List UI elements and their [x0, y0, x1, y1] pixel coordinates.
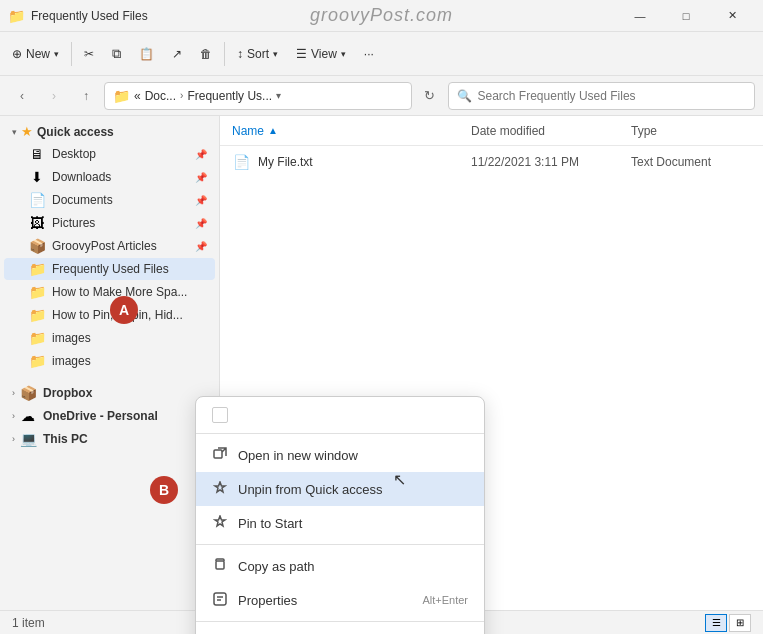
paste-button[interactable]: 📋: [131, 38, 162, 70]
title-bar-icon: 📁: [8, 8, 25, 24]
desktop-icon: 🖥: [28, 146, 46, 162]
address-path-text: «: [134, 89, 141, 103]
dropbox-label: Dropbox: [43, 386, 92, 400]
copy-button[interactable]: ⧉: [104, 38, 129, 70]
toolbar: ⊕ New ▾ ✂ ⧉ 📋 ↗ 🗑 ↕ Sort ▾ ☰ View ▾ ···: [0, 32, 763, 76]
search-input[interactable]: [478, 89, 747, 103]
up-button[interactable]: ↑: [72, 82, 100, 110]
sort-button[interactable]: ↕ Sort ▾: [229, 38, 286, 70]
main-layout: ▾ ★ Quick access 🖥 Desktop 📌 ⬇ Downloads…: [0, 116, 763, 610]
sidebar-item-frequently-used[interactable]: 📁 Frequently Used Files: [4, 258, 215, 280]
sidebar-item-pictures[interactable]: 🖼 Pictures 📌: [4, 212, 215, 234]
address-folder-text: Frequently Us...: [187, 89, 272, 103]
pin-icon: 📌: [195, 149, 207, 160]
this-pc-icon: 💻: [19, 431, 37, 447]
maximize-button[interactable]: □: [663, 0, 709, 32]
refresh-button[interactable]: ↻: [416, 82, 444, 110]
context-menu: Open in new window Unpin from Quick acce…: [195, 396, 485, 634]
column-name-label: Name: [232, 124, 264, 138]
sort-label: Sort: [247, 47, 269, 61]
file-type: Text Document: [631, 155, 751, 169]
address-doc-text: Doc...: [145, 89, 176, 103]
this-pc-header[interactable]: › 💻 This PC: [4, 428, 215, 450]
table-row[interactable]: 📄 My File.txt 11/22/2021 3:11 PM Text Do…: [220, 148, 763, 176]
sidebar-item-documents[interactable]: 📄 Documents 📌: [4, 189, 215, 211]
forward-button[interactable]: ›: [40, 82, 68, 110]
ctx-item-pin-start[interactable]: Pin to Start: [196, 506, 484, 540]
sort-icon: ↕: [237, 47, 243, 61]
toolbar-separator-1: [71, 42, 72, 66]
column-date[interactable]: Date modified: [471, 124, 631, 138]
sidebar-item-desktop[interactable]: 🖥 Desktop 📌: [4, 143, 215, 165]
sidebar-item-images-2[interactable]: 📁 images: [4, 350, 215, 372]
documents-icon: 📄: [28, 192, 46, 208]
pin-start-icon: [212, 515, 228, 532]
pictures-icon: 🖼: [28, 215, 46, 231]
sidebar-item-images-1-label: images: [52, 331, 207, 345]
onedrive-expand-icon: ›: [12, 411, 15, 421]
ctx-unpin-label: Unpin from Quick access: [238, 482, 468, 497]
paste-icon: 📋: [139, 47, 154, 61]
ctx-divider-mid: [196, 544, 484, 545]
sidebar-item-images-1[interactable]: 📁 images: [4, 327, 215, 349]
ctx-item-properties[interactable]: Properties Alt+Enter: [196, 583, 484, 617]
status-text: 1 item: [12, 616, 45, 630]
view-icon: ☰: [296, 47, 307, 61]
view-button[interactable]: ☰ View ▾: [288, 38, 354, 70]
view-chevron-icon: ▾: [341, 49, 346, 59]
ctx-copy-path-label: Copy as path: [238, 559, 468, 574]
ctx-item-open-new-window[interactable]: Open in new window: [196, 438, 484, 472]
ctx-placeholder: [196, 401, 484, 429]
column-type[interactable]: Type: [631, 124, 751, 138]
sidebar-item-groovypost[interactable]: 📦 GroovyPost Articles 📌: [4, 235, 215, 257]
ctx-item-unpin[interactable]: Unpin from Quick access: [196, 472, 484, 506]
onedrive-label: OneDrive - Personal: [43, 409, 158, 423]
sidebar-item-images-2-label: images: [52, 354, 207, 368]
dropbox-header[interactable]: › 📦 Dropbox: [4, 382, 215, 404]
ctx-placeholder-icon: [212, 407, 228, 423]
address-chevron-icon: ›: [180, 90, 183, 101]
badge-b: B: [150, 476, 178, 504]
sort-chevron-icon: ▾: [273, 49, 278, 59]
view-label: View: [311, 47, 337, 61]
list-view-button[interactable]: ☰: [705, 614, 727, 632]
quick-access-header[interactable]: ▾ ★ Quick access: [4, 121, 215, 142]
new-button[interactable]: ⊕ New ▾: [4, 38, 67, 70]
toolbar-separator-2: [224, 42, 225, 66]
sidebar-item-documents-label: Documents: [52, 193, 191, 207]
expand-icon: ▾: [12, 127, 17, 137]
onedrive-header[interactable]: › ☁ OneDrive - Personal: [4, 405, 215, 427]
unpin-icon: [212, 481, 228, 498]
delete-button[interactable]: 🗑: [192, 38, 220, 70]
grid-view-button[interactable]: ⊞: [729, 614, 751, 632]
images-2-icon: 📁: [28, 353, 46, 369]
open-new-window-icon: [212, 447, 228, 464]
column-type-label: Type: [631, 124, 657, 138]
cut-button[interactable]: ✂: [76, 38, 102, 70]
pin-icon-4: 📌: [195, 218, 207, 229]
minimize-button[interactable]: —: [617, 0, 663, 32]
ctx-item-show-more[interactable]: Show more options Shift+F10: [196, 626, 484, 634]
pin-unpin-icon: 📁: [28, 307, 46, 323]
sidebar-divider: [0, 373, 219, 381]
address-path[interactable]: 📁 « Doc... › Frequently Us... ▾: [104, 82, 412, 110]
sidebar: ▾ ★ Quick access 🖥 Desktop 📌 ⬇ Downloads…: [0, 116, 220, 610]
dropbox-expand-icon: ›: [12, 388, 15, 398]
search-box[interactable]: 🔍: [448, 82, 756, 110]
sidebar-item-make-more[interactable]: 📁 How to Make More Spa...: [4, 281, 215, 303]
sidebar-item-downloads[interactable]: ⬇ Downloads 📌: [4, 166, 215, 188]
ctx-properties-shortcut: Alt+Enter: [422, 594, 468, 606]
ctx-pin-start-label: Pin to Start: [238, 516, 468, 531]
ctx-item-copy-path[interactable]: Copy as path: [196, 549, 484, 583]
search-icon: 🔍: [457, 89, 472, 103]
more-button[interactable]: ···: [356, 38, 382, 70]
back-button[interactable]: ‹: [8, 82, 36, 110]
share-button[interactable]: ↗: [164, 38, 190, 70]
svg-rect-1: [216, 561, 224, 569]
ctx-divider-top: [196, 433, 484, 434]
view-toggle: ☰ ⊞: [705, 614, 751, 632]
svg-rect-0: [214, 450, 222, 458]
groovypost-icon: 📦: [28, 238, 46, 254]
column-name[interactable]: Name ▲: [232, 124, 471, 138]
close-button[interactable]: ✕: [709, 0, 755, 32]
